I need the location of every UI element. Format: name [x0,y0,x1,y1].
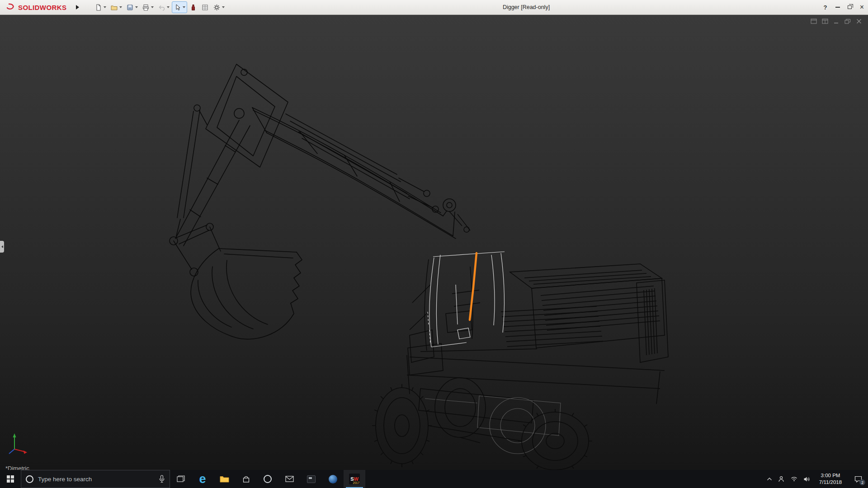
y-axis-arrowhead [13,433,16,437]
print-icon [142,4,150,11]
select-tool-button[interactable] [172,1,187,13]
arrow-right-icon [76,5,79,9]
reference-triad [5,428,33,457]
dropdown-caret-icon [135,6,138,8]
cortana-icon [26,475,33,483]
system-tray: 3:00 PM 7/11/2018 2 [764,470,868,488]
chevron-up-icon [767,477,772,481]
x-axis-arrowhead [24,450,28,454]
selected-edge-highlight[interactable] [470,253,476,320]
arrow-left-icon [1,245,3,248]
windows-logo-icon [7,475,14,483]
dropdown-caret-icon [119,6,122,8]
person-icon [778,476,784,482]
browser-circle-icon[interactable] [257,470,278,488]
titlebar: SOLIDWORKS [0,0,868,15]
minimize-icon [833,19,840,24]
document-window-controls [810,18,863,24]
view-orientation-label: *Dimetric [5,465,29,470]
screen: SOLIDWORKS [0,0,868,488]
utility-app-icon[interactable] [300,470,322,488]
dropdown-caret-icon [151,6,154,8]
appearances-button[interactable] [188,1,199,13]
select-cursor-icon [174,4,181,11]
open-folder-icon [110,4,118,11]
dropdown-caret-icon [222,6,225,8]
notification-badge: 2 [859,479,865,485]
people-tray-icon[interactable] [775,470,788,488]
window-icon [822,19,828,24]
digger-wireframe-model [0,15,868,470]
menu-expand-arrow[interactable] [74,3,81,12]
clock-time: 3:00 PM [821,472,840,479]
new-window-button[interactable] [810,18,817,24]
save-floppy-icon [126,4,134,11]
task-view-button[interactable] [170,470,192,488]
document-properties-button[interactable] [199,1,211,13]
properties-grid-icon [201,4,209,11]
tile-window-button[interactable] [821,18,829,24]
close-button[interactable]: × [856,0,868,14]
task-view-icon [177,475,185,483]
graphics-area[interactable]: *Dimetric [0,15,868,470]
search-placeholder: Type here to search [38,476,92,483]
gear-icon [213,4,221,11]
restore-button[interactable] [844,0,856,14]
print-button[interactable] [140,1,156,13]
viewer-3d-app-icon[interactable] [322,470,344,488]
solidworks-logo-text: SOLIDWORKS [18,4,66,11]
taskbar-search[interactable]: Type here to search [21,470,170,488]
shopping-bag-icon [242,475,250,483]
microsoft-store-icon[interactable] [235,470,257,488]
taskbar: Type here to search e [0,470,868,488]
file-explorer-icon[interactable] [213,470,235,488]
new-document-icon [94,4,102,11]
minimize-button[interactable] [831,0,844,14]
solidworks-taskbar-icon[interactable]: SW 2017 [344,470,365,488]
undo-icon [158,4,165,11]
mail-icon[interactable] [278,470,300,488]
options-button[interactable] [211,1,226,13]
blue-sphere-icon [329,475,337,483]
clock-date: 7/11/2018 [819,479,842,486]
edge-browser-icon[interactable]: e [192,470,213,488]
restore-icon [848,5,852,9]
panel-flyout-tab[interactable] [0,241,4,253]
undo-button[interactable] [156,1,171,13]
dropdown-caret-icon [183,6,185,8]
folder-icon [220,475,229,483]
network-tray-icon[interactable] [788,470,800,488]
minimize-icon [835,7,840,8]
dassault-systemes-icon [5,3,16,12]
z-axis-blue [9,449,14,454]
speaker-icon [803,476,810,482]
close-icon: × [860,4,864,11]
taskbar-clock[interactable]: 3:00 PM 7/11/2018 [813,470,848,488]
minimize-document-button[interactable] [833,18,840,24]
close-document-button[interactable] [855,18,863,24]
envelope-icon [285,476,294,482]
dropdown-caret-icon [167,6,170,8]
volume-tray-icon[interactable] [800,470,813,488]
save-button[interactable] [124,1,140,13]
solidworks-logo: SOLIDWORKS [5,3,66,12]
new-document-button[interactable] [93,1,108,13]
action-center-button[interactable]: 2 [848,470,868,488]
window-controls: ? × [819,0,868,14]
appearances-icon [189,4,197,11]
window-icon [811,19,817,24]
restore-icon [844,19,851,24]
solidworks-2017-tile: SW 2017 [349,474,360,484]
document-title: Digger [Read-only] [503,4,550,10]
dark-app-tile-icon [307,475,316,483]
microphone-icon[interactable] [159,475,165,483]
open-document-button[interactable] [108,1,124,13]
help-button[interactable]: ? [819,0,831,14]
restore-document-button[interactable] [844,18,851,24]
hidden-icons-button[interactable] [764,470,775,488]
start-button[interactable] [0,470,21,488]
dropdown-caret-icon [104,6,106,8]
ring-icon [264,475,272,483]
quick-access-toolbar [93,1,226,13]
close-icon [856,19,862,24]
